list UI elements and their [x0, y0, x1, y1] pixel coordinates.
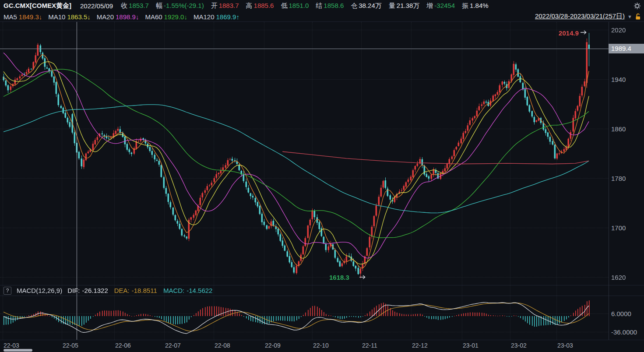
macd-axis-tick: 6.0000 — [611, 310, 631, 317]
quote-field-value: 1851.0 — [289, 2, 309, 10]
horizontal-scrollbar-thumb[interactable] — [4, 349, 32, 352]
quote-field-value: 1.84% — [470, 2, 489, 10]
macd-axis-tick: -36.0000 — [611, 328, 637, 336]
help-button[interactable]: ? — [4, 287, 11, 295]
symbol-title: GC.CMX[COMEX黄金] — [4, 2, 71, 10]
quote-field: 结 1858.6 — [316, 2, 344, 10]
quote-field-value: 1885.6 — [254, 2, 274, 10]
quote-field-value: 1883.7 — [219, 2, 239, 10]
time-axis-label: 23-01 — [463, 342, 479, 349]
quote-field-value: -1.55%(-29.1) — [164, 2, 204, 10]
quote-field-value: 1853.7 — [129, 2, 149, 10]
date-range-selector[interactable]: 2022/03/28-2023/03/21(257日) ▼ — [535, 12, 641, 21]
price-axis-tick: 1860 — [611, 125, 626, 133]
time-axis-label: 22-08 — [215, 342, 230, 349]
macd-legend-item: DIF: -26.1322 — [67, 287, 108, 294]
quote-field: 振 1.84% — [462, 2, 489, 10]
time-axis-label: 22-12 — [412, 342, 428, 349]
quote-field: 开 1883.7 — [211, 2, 239, 10]
ma-legend: MA51849.3↓ MA101863.5↓ MA201898.9↓ MA601… — [4, 13, 239, 21]
price-chart-canvas[interactable] — [0, 22, 609, 285]
quote-field-label: 低 — [281, 2, 287, 10]
ma-value: 1869.9↑ — [216, 13, 239, 21]
quote-field: 量 21.38万 — [389, 2, 420, 10]
macd-item-value: -18.8511 — [132, 287, 157, 294]
ma-label: MA20 — [97, 13, 114, 21]
quote-field-label: 收 — [121, 2, 127, 10]
quote-field-value: 1858.6 — [324, 2, 344, 10]
quote-field: 仓 38.24万 — [351, 2, 382, 10]
header-bar: GC.CMX[COMEX黄金] 2022/05/09 收 1853.7 幅 -1… — [0, 0, 644, 12]
price-axis-tick: 2020 — [611, 26, 626, 34]
macd-legend-item: MACD: -14.5622 — [163, 287, 213, 294]
macd-chart-canvas[interactable] — [0, 296, 609, 340]
quote-field-value: 38.24万 — [359, 2, 382, 10]
ma-label: MA60 — [145, 13, 162, 21]
quote-field-label: 高 — [246, 2, 253, 10]
last-price-line — [0, 49, 609, 49]
unlock-icon[interactable] — [635, 13, 641, 20]
ma-label: MA120 — [194, 13, 215, 21]
time-axis-label: 23-02 — [511, 342, 527, 349]
macd-item-label: DIF: — [67, 287, 80, 294]
quote-field-label: 开 — [211, 2, 218, 10]
macd-legend-bar: ? MACD(12,26,9) DIF: -26.1322 DEA: -18.8… — [0, 285, 644, 296]
quote-field: 低 1851.0 — [281, 2, 309, 10]
high-annotation: 2014.9 — [549, 29, 579, 37]
time-axis-label: 22-05 — [63, 342, 78, 349]
quote-field-label: 量 — [389, 2, 395, 10]
chevron-down-icon[interactable]: ▼ — [627, 14, 632, 19]
quote-fields: 收 1853.7 幅 -1.55%(-29.1) 开 1883.7 高 1885… — [121, 2, 489, 10]
ma-label: MA10 — [48, 13, 65, 21]
macd-item-value: -14.5622 — [187, 287, 212, 294]
ma-legend-item: MA601929.0↓ — [145, 13, 187, 21]
macd-item-label: DEA: — [114, 287, 130, 294]
quote-field: 收 1853.7 — [121, 2, 149, 10]
quote-field-value: -32454 — [434, 2, 455, 10]
ma-legend-item: MA201898.9↓ — [97, 13, 139, 21]
price-axis-tick: 1780 — [611, 175, 626, 182]
quote-field-label: 增 — [426, 2, 433, 10]
time-axis-label: 22-03 — [4, 342, 19, 349]
macd-values: DIF: -26.1322 DEA: -18.8511 MACD: -14.56… — [67, 287, 212, 294]
quote-field-value: 21.38万 — [397, 2, 420, 10]
high-annotation-arrow-icon — [581, 29, 588, 35]
time-axis-label: 22-06 — [115, 342, 131, 349]
price-axis-tick: 1620 — [611, 274, 626, 281]
quote-date: 2022/05/09 — [80, 2, 113, 10]
quote-field-label: 仓 — [351, 2, 357, 10]
quote-field: 增 -32454 — [426, 2, 455, 10]
price-axis-tick: 1700 — [611, 224, 626, 232]
price-axis-tick: 1940 — [611, 76, 626, 83]
macd-item-label: MACD: — [163, 287, 184, 294]
quote-field-label: 振 — [462, 2, 468, 10]
ma-legend-item: MA1201869.9↑ — [194, 13, 239, 21]
macd-title: MACD(12,26,9) — [17, 287, 62, 294]
ma-value: 1849.3↓ — [19, 13, 42, 21]
low-annotation-arrow-icon — [359, 274, 366, 280]
ma-legend-item: MA51849.3↓ — [4, 13, 42, 21]
macd-legend-item: DEA: -18.8511 — [114, 287, 157, 294]
divider — [0, 340, 644, 340]
macd-item-value: -26.1322 — [82, 287, 108, 294]
ma-value: 1863.5↓ — [67, 13, 90, 21]
time-axis-label: 22-07 — [165, 342, 181, 349]
quote-field-label: 幅 — [156, 2, 162, 10]
quote-field: 幅 -1.55%(-29.1) — [156, 2, 204, 10]
last-price-tag: 1989.4 — [609, 44, 644, 53]
ma-value: 1898.9↓ — [116, 13, 139, 21]
settings-gear-icon[interactable] — [633, 2, 641, 10]
time-axis-label: 22-09 — [265, 342, 281, 349]
ma-label: MA5 — [4, 13, 17, 21]
quote-field-label: 结 — [316, 2, 322, 10]
time-axis-label: 22-10 — [313, 342, 329, 349]
time-axis-label: 22-11 — [362, 342, 377, 349]
ma-legend-item: MA101863.5↓ — [48, 13, 91, 21]
ma-value: 1929.0↓ — [164, 13, 187, 21]
low-annotation: 1618.3 — [329, 274, 349, 281]
date-range-text[interactable]: 2022/03/28-2023/03/21(257日) — [535, 12, 625, 21]
quote-field: 高 1885.6 — [246, 2, 274, 10]
time-axis-label: 23-03 — [557, 342, 573, 349]
chart-app: GC.CMX[COMEX黄金] 2022/05/09 收 1853.7 幅 -1… — [0, 0, 644, 352]
